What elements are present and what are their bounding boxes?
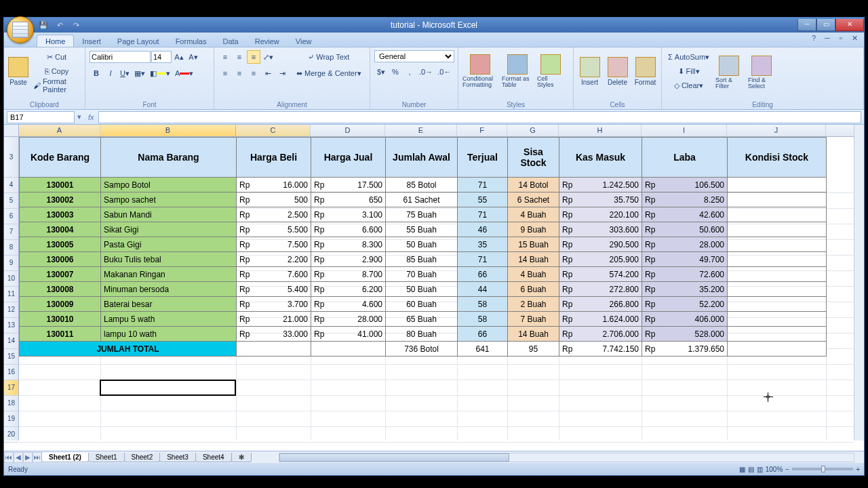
column-header-a[interactable]: A — [19, 125, 100, 136]
orientation-icon[interactable]: ⤢▾ — [261, 50, 275, 64]
table-row[interactable]: 130010Lampu 5 wathRp21.000Rp28.00065 Bua… — [20, 312, 827, 327]
row-header-7[interactable]: 7 — [4, 224, 18, 240]
zoom-out-icon[interactable]: − — [785, 466, 789, 473]
merge-center-button[interactable]: ⬌ Merge & Center ▾ — [294, 66, 363, 80]
help-icon[interactable]: ? — [808, 34, 819, 45]
column-header-i[interactable]: I — [642, 125, 727, 136]
new-sheet-button[interactable]: ✻ — [231, 453, 252, 462]
undo-icon[interactable]: ↶ — [54, 20, 65, 30]
sheet-nav-next-icon[interactable]: ▶ — [23, 452, 33, 463]
tab-data[interactable]: Data — [214, 35, 246, 47]
find-select-button[interactable]: Find & Select — [747, 50, 776, 95]
table-header[interactable]: Kondisi Stock — [728, 138, 827, 178]
table-header[interactable]: Terjual — [458, 138, 508, 178]
border-button[interactable]: ▦▾ — [132, 66, 147, 80]
zoom-in-icon[interactable]: + — [856, 466, 860, 473]
column-header-g[interactable]: G — [507, 125, 559, 136]
view-layout-icon[interactable]: ▤ — [748, 466, 754, 473]
table-header[interactable]: Laba — [642, 138, 728, 178]
close-workbook-icon[interactable]: ✕ — [849, 34, 860, 45]
tab-review[interactable]: Review — [247, 35, 288, 47]
table-header[interactable]: Kas Masuk — [559, 138, 642, 178]
column-header-d[interactable]: D — [311, 125, 385, 136]
format-painter-button[interactable]: 🖌 Format Painter — [31, 79, 82, 92]
row-header-8[interactable]: 8 — [4, 240, 18, 256]
format-as-table-button[interactable]: Format as Table — [500, 49, 534, 94]
row-header-14[interactable]: 14 — [4, 333, 18, 349]
row-header-3[interactable]: 3 — [4, 137, 18, 178]
font-color-button[interactable]: A▾ — [173, 66, 195, 80]
table-row[interactable]: 130009Baterai besarRp3.700Rp4.60060 Buah… — [20, 297, 827, 312]
maximize-button[interactable]: ▭ — [816, 19, 835, 31]
cut-button[interactable]: ✂ Cut — [31, 50, 82, 64]
tab-view[interactable]: View — [288, 35, 320, 47]
table-row[interactable]: 130006Buku Tulis tebalRp2.200Rp2.90085 B… — [20, 252, 827, 267]
row-header-12[interactable]: 12 — [4, 302, 18, 318]
row-header-6[interactable]: 6 — [4, 209, 18, 224]
column-header-f[interactable]: F — [457, 125, 507, 136]
table-header[interactable]: Jumlah Awal — [386, 138, 458, 178]
paste-button[interactable]: Paste — [7, 49, 30, 94]
decrease-indent-icon[interactable]: ⇤ — [261, 66, 275, 80]
table-row[interactable]: 130001Sampo BotolRp16.000Rp17.50085 Boto… — [20, 178, 827, 192]
row-header-16[interactable]: 16 — [4, 365, 18, 380]
selected-cell[interactable] — [100, 380, 236, 396]
formula-bar[interactable] — [98, 111, 861, 123]
italic-button[interactable]: I — [104, 66, 117, 80]
view-normal-icon[interactable]: ▦ — [739, 466, 745, 473]
align-top-icon[interactable]: ≡ — [218, 50, 232, 64]
insert-cells-button[interactable]: Insert — [576, 49, 603, 94]
align-center-icon[interactable]: ≡ — [233, 66, 246, 80]
vertical-scrollbar[interactable] — [854, 125, 864, 441]
currency-icon[interactable]: $▾ — [374, 65, 388, 79]
tab-home[interactable]: Home — [37, 35, 74, 47]
cell-styles-button[interactable]: Cell Styles — [536, 49, 566, 94]
align-bottom-icon[interactable]: ≡ — [247, 50, 260, 64]
column-header-j[interactable]: J — [727, 125, 826, 136]
zoom-slider[interactable] — [792, 468, 853, 470]
table-total-row[interactable]: JUMLAH TOTAL736 Botol64195Rp7.742.150Rp1… — [20, 342, 827, 357]
fill-button[interactable]: ⬇ Fill▾ — [666, 64, 711, 78]
fx-icon[interactable]: fx — [88, 113, 94, 121]
sheet-nav-prev-icon[interactable]: ◀ — [14, 452, 23, 463]
align-left-icon[interactable]: ≡ — [218, 66, 232, 80]
table-header[interactable]: Sisa Stock — [508, 138, 559, 178]
sheet-nav-first-icon[interactable]: ⏮ — [4, 452, 14, 463]
fill-color-button[interactable]: ◧▾ — [148, 66, 172, 80]
table-row[interactable]: 130003Sabun MandiRp2.500Rp3.10075 Buah71… — [20, 207, 827, 222]
decrease-font-icon[interactable]: A▾ — [186, 50, 200, 64]
minimize-button[interactable]: ─ — [797, 19, 816, 31]
sheet-tab[interactable]: Sheet3 — [159, 453, 196, 462]
percent-icon[interactable]: % — [389, 65, 402, 79]
table-row[interactable]: 130007Makanan RinganRp7.600Rp8.70070 Bua… — [20, 267, 827, 282]
name-box[interactable]: B17 — [7, 111, 75, 123]
column-headers[interactable]: ABCDEFGHIJ — [19, 125, 854, 137]
table-header[interactable]: Kode Barang — [20, 138, 101, 178]
horizontal-scrollbar[interactable] — [279, 453, 854, 462]
increase-font-icon[interactable]: A▴ — [172, 50, 186, 64]
restore-workbook-icon[interactable]: ▫ — [835, 34, 846, 45]
redo-icon[interactable]: ↷ — [71, 20, 81, 30]
select-all-corner[interactable] — [4, 125, 19, 137]
worksheet-grid[interactable]: ABCDEFGHIJ 34567891011121314151617181920… — [4, 125, 864, 451]
font-name-input[interactable] — [90, 51, 151, 63]
comma-icon[interactable]: , — [403, 65, 416, 79]
sheet-tab[interactable]: Sheet2 — [124, 453, 161, 462]
tab-formulas[interactable]: Formulas — [167, 35, 215, 47]
row-header-15[interactable]: 15 — [4, 349, 18, 365]
data-table[interactable]: Kode BarangNama BarangHarga BeliHarga Ju… — [19, 137, 827, 357]
tab-page-layout[interactable]: Page Layout — [109, 35, 167, 47]
copy-button[interactable]: ⎘ Copy — [31, 64, 82, 78]
column-header-b[interactable]: B — [100, 125, 236, 136]
delete-cells-button[interactable]: Delete — [604, 49, 631, 94]
row-headers[interactable]: 34567891011121314151617181920 — [4, 137, 19, 441]
row-header-10[interactable]: 10 — [4, 271, 18, 287]
tab-insert[interactable]: Insert — [74, 35, 109, 47]
row-header-20[interactable]: 20 — [4, 427, 18, 443]
font-size-input[interactable] — [151, 51, 172, 63]
underline-button[interactable]: U▾ — [118, 66, 132, 80]
sort-filter-button[interactable]: Sort & Filter — [714, 50, 744, 95]
table-header[interactable]: Nama Barang — [101, 138, 237, 178]
sheet-tab[interactable]: Sheet1 (2) — [41, 453, 89, 462]
table-row[interactable]: 130011lampu 10 wathRp33.000Rp41.00080 Bu… — [20, 327, 827, 342]
